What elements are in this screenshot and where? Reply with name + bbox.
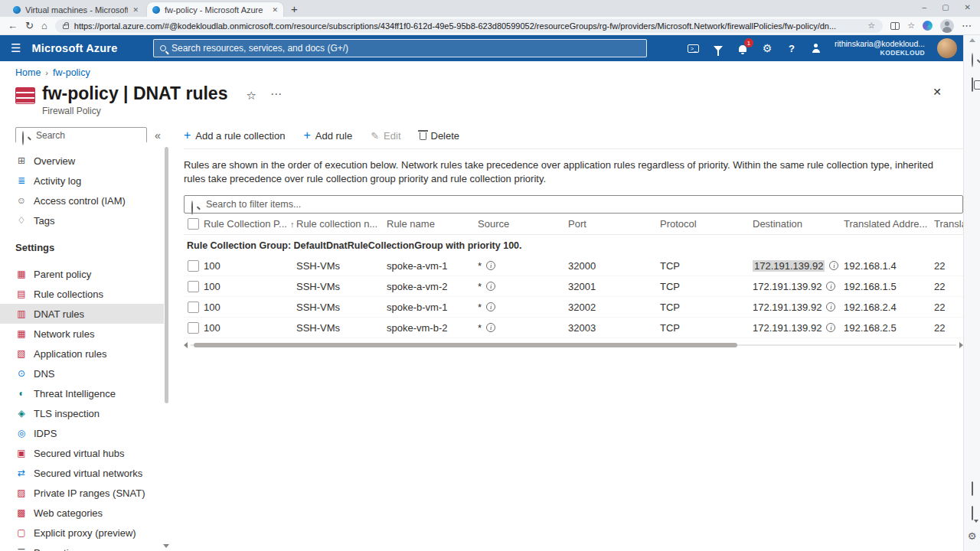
hamburger-menu-icon[interactable]: ☰ bbox=[0, 41, 31, 55]
feedback-icon[interactable] bbox=[810, 42, 822, 54]
sidebar-item-idps[interactable]: ◎ IDPS bbox=[0, 423, 164, 443]
menu-search-input[interactable] bbox=[16, 129, 146, 143]
tab-close-icon[interactable]: ✕ bbox=[272, 6, 278, 14]
add-rule-collection-button[interactable]: + Add a rule collection bbox=[184, 129, 285, 142]
refresh-icon[interactable]: ↻ bbox=[25, 21, 34, 31]
back-icon[interactable]: ← bbox=[8, 21, 18, 31]
table-row[interactable]: 100 SSH-VMs spoke-vm-b-2 * 32003 TCP 172… bbox=[184, 318, 963, 338]
edit-button[interactable]: ✎ Edit bbox=[371, 130, 400, 142]
select-all-checkbox[interactable] bbox=[188, 218, 199, 230]
info-icon[interactable] bbox=[486, 282, 495, 291]
filter-search[interactable] bbox=[184, 195, 963, 214]
collapse-menu-icon[interactable]: « bbox=[155, 129, 161, 142]
breadcrumb-home[interactable]: Home bbox=[15, 67, 41, 78]
info-icon[interactable] bbox=[826, 302, 835, 311]
tab-close-icon[interactable]: ✕ bbox=[132, 6, 139, 14]
filter-search-input[interactable] bbox=[185, 196, 962, 213]
sidebar-item-explicit-proxy-preview[interactable]: ▢ Explicit proxy (preview) bbox=[0, 523, 164, 543]
sidebar-item-access-control-iam[interactable]: ☺ Access control (IAM) bbox=[0, 191, 164, 210]
split-screen-icon[interactable] bbox=[890, 22, 900, 30]
sidebar-item-dnat-rules[interactable]: ▥ DNAT rules bbox=[0, 304, 164, 324]
column-header-rule-collection-n[interactable]: Rule collection n... bbox=[296, 218, 387, 230]
sidebar-item-private-ip-ranges-snat[interactable]: ▨ Private IP ranges (SNAT) bbox=[0, 483, 164, 503]
sidebar-item-application-rules[interactable]: ▧ Application rules bbox=[0, 344, 164, 364]
settings-gear-icon[interactable]: ⚙ bbox=[761, 42, 773, 54]
column-header-translated-port[interactable]: Translated Port bbox=[934, 218, 963, 230]
breadcrumb-fw-policy[interactable]: fw-policy bbox=[53, 67, 90, 78]
close-blade-icon[interactable]: ✕ bbox=[933, 86, 942, 98]
sidebar-item-rule-collections[interactable]: ▤ Rule collections bbox=[0, 284, 164, 304]
sidebar-item-parent-policy[interactable]: ▦ Parent policy bbox=[0, 264, 164, 284]
row-checkbox[interactable] bbox=[188, 260, 199, 272]
sidebar-screen-icon[interactable] bbox=[972, 482, 973, 496]
user-block[interactable]: rithinskaria@kodekloud... KODEKLOUD bbox=[835, 39, 925, 57]
notifications-bell-icon[interactable]: 1 bbox=[737, 42, 749, 54]
favorites-icon[interactable]: ☆ bbox=[907, 21, 915, 31]
scrollbar-track[interactable] bbox=[191, 344, 956, 346]
more-options-icon[interactable]: ⋯ bbox=[270, 87, 283, 101]
row-checkbox[interactable] bbox=[188, 281, 199, 292]
sidebar-item-dns[interactable]: ⊙ DNS bbox=[0, 364, 164, 383]
scroll-left-icon[interactable] bbox=[184, 342, 188, 348]
column-header-rule-name[interactable]: Rule name bbox=[387, 218, 478, 230]
horizontal-scrollbar[interactable] bbox=[184, 341, 963, 350]
browser-menu-icon[interactable]: ⋯ bbox=[962, 20, 972, 31]
help-icon[interactable]: ? bbox=[786, 42, 798, 54]
favorite-star-icon[interactable]: ☆ bbox=[246, 89, 256, 103]
column-header-destination[interactable]: Destination bbox=[753, 218, 844, 230]
address-bar[interactable]: https://portal.azure.com/#@kodekloudlab.… bbox=[55, 19, 883, 33]
close-window-icon[interactable]: ✕ bbox=[965, 3, 971, 11]
info-icon[interactable] bbox=[486, 302, 495, 311]
sidebar-item-threat-intelligence[interactable]: ◐ Threat Intelligence bbox=[0, 383, 164, 403]
column-header-protocol[interactable]: Protocol bbox=[660, 218, 753, 230]
global-search[interactable] bbox=[153, 39, 647, 57]
browser-tab-fw-policy[interactable]: fw-policy - Microsoft Azure ✕ bbox=[147, 2, 283, 17]
delete-button[interactable]: Delete bbox=[420, 130, 460, 142]
sidebar-item-secured-virtual-hubs[interactable]: ▣ Secured virtual hubs bbox=[0, 443, 164, 463]
copilot-icon[interactable] bbox=[923, 21, 933, 31]
new-tab-button[interactable]: + bbox=[291, 2, 298, 15]
add-rule-button[interactable]: + Add rule bbox=[303, 129, 352, 142]
sidebar-item-properties[interactable]: ☰ Properties bbox=[0, 543, 164, 551]
browser-tab-virtual-machines[interactable]: Virtual machines - Microsoft Az... ✕ bbox=[8, 2, 144, 17]
sidebar-item-tags[interactable]: ♢ Tags bbox=[0, 210, 164, 230]
column-header-translated-addre[interactable]: Translated Addre... bbox=[844, 218, 934, 230]
sidebar-search-icon[interactable] bbox=[972, 54, 973, 67]
directory-filter-icon[interactable] bbox=[712, 42, 724, 54]
global-search-input[interactable] bbox=[172, 43, 640, 54]
column-header-rule-collection-p[interactable]: Rule Collection P...↑ bbox=[204, 218, 296, 230]
info-icon[interactable] bbox=[829, 261, 838, 270]
url-text[interactable]: https://portal.azure.com/#@kodekloudlab.… bbox=[74, 21, 862, 31]
sidebar-scroll-down-icon[interactable] bbox=[163, 544, 169, 548]
sidebar-item-secured-virtual-networks[interactable]: ⇄ Secured virtual networks bbox=[0, 463, 164, 483]
sidebar-item-tls-inspection[interactable]: ◈ TLS inspection bbox=[0, 403, 164, 423]
sidebar-scrollbar[interactable] bbox=[165, 147, 168, 403]
column-header-port[interactable]: Port bbox=[568, 218, 660, 230]
table-row[interactable]: 100 SSH-VMs spoke-b-vm-1 * 32002 TCP 172… bbox=[184, 297, 963, 318]
info-icon[interactable] bbox=[486, 323, 495, 332]
sidebar-item-overview[interactable]: ⊞ Overview bbox=[0, 151, 164, 171]
home-icon[interactable]: ⌂ bbox=[41, 21, 47, 31]
scrollbar-thumb[interactable] bbox=[194, 343, 737, 347]
table-row[interactable]: 100 SSH-VMs spoke-a-vm-2 * 32001 TCP 172… bbox=[184, 276, 963, 297]
browser-profile-avatar[interactable] bbox=[940, 19, 954, 33]
menu-search[interactable] bbox=[15, 127, 147, 143]
info-icon[interactable] bbox=[826, 282, 835, 291]
bookmark-star-icon[interactable]: ☆ bbox=[867, 21, 875, 31]
info-icon[interactable] bbox=[486, 261, 495, 270]
maximize-icon[interactable]: ▢ bbox=[942, 3, 949, 11]
sidebar-item-network-rules[interactable]: ▦ Network rules bbox=[0, 324, 164, 344]
scroll-up-icon[interactable] bbox=[969, 38, 975, 42]
sidebar-item-activity-log[interactable]: ≣ Activity log bbox=[0, 171, 164, 191]
column-header-source[interactable]: Source bbox=[478, 218, 568, 230]
cloud-shell-icon[interactable]: >_ bbox=[688, 42, 700, 54]
user-avatar[interactable] bbox=[937, 38, 957, 58]
sidebar-chat-icon[interactable] bbox=[972, 507, 973, 520]
minimize-icon[interactable]: – bbox=[923, 3, 927, 11]
row-checkbox[interactable] bbox=[188, 322, 199, 334]
sidebar-layers-icon[interactable] bbox=[972, 78, 973, 92]
info-icon[interactable] bbox=[826, 323, 835, 332]
table-row[interactable]: 100 SSH-VMs spoke-a-vm-1 * 32000 TCP 172… bbox=[184, 256, 963, 276]
row-checkbox[interactable] bbox=[188, 302, 199, 313]
sidebar-settings-gear-icon[interactable]: ⚙ bbox=[968, 531, 977, 541]
